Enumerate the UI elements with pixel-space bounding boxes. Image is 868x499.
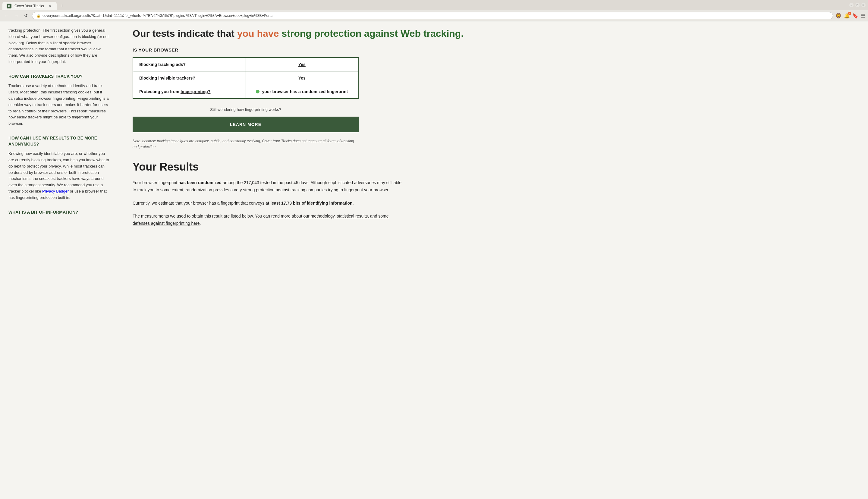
browser-chrome: C Cover Your Tracks ✕ + – □ ✕ ← → ↺ 🔒 co… (0, 0, 868, 21)
sidebar-section-bit: WHAT IS A BIT OF INFORMATION? (9, 209, 109, 216)
results-body: Your browser fingerprint has been random… (133, 179, 853, 227)
results-para-1-before: Your browser fingerprint (133, 180, 179, 185)
reload-button[interactable]: ↺ (22, 12, 29, 19)
sidebar: tracking protection. The first section g… (0, 21, 118, 496)
lock-icon: 🔒 (36, 14, 41, 18)
nav-bar: ← → ↺ 🔒 coveryourtracks.eff.org/results?… (0, 10, 868, 21)
headline-part2: you have (237, 28, 282, 39)
fingerprint-answer-text: your browser has a randomized fingerprin… (262, 89, 348, 94)
table-cell-answer-3: your browser has a randomized fingerprin… (246, 85, 358, 99)
tab-close-button[interactable]: ✕ (48, 4, 52, 9)
sidebar-heading-trackers: HOW CAN TRACKERS TRACK YOU? (9, 74, 109, 80)
table-cell-answer-1: Yes (246, 58, 358, 71)
table-row: Blocking invisible trackers? Yes (133, 71, 358, 85)
fingerprint-result: your browser has a randomized fingerprin… (252, 89, 352, 94)
table-cell-question-3: Protecting you from fingerprinting? (133, 85, 246, 99)
menu-icon[interactable]: ☰ (861, 13, 865, 19)
sidebar-body-anonymous-before: Knowing how easily identifiable you are,… (9, 151, 109, 193)
results-para-2-before: Currently, we estimate that your browser… (133, 201, 266, 206)
results-para-3: The measurements we used to obtain this … (133, 213, 404, 227)
your-results-heading: Your Results (133, 161, 853, 173)
results-para-3-before: The measurements we used to obtain this … (133, 214, 271, 218)
tab-title: Cover Your Tracks (14, 4, 44, 8)
table-row: Blocking tracking ads? Yes (133, 58, 358, 71)
window-maximize-button[interactable]: □ (855, 3, 859, 7)
sidebar-intro-text: tracking protection. The first section g… (9, 27, 109, 65)
address-text: coveryourtracks.eff.org/results?&aat=1&d… (42, 14, 829, 18)
green-dot-icon (256, 90, 259, 94)
sidebar-body-trackers: Trackers use a variety of methods to ide… (9, 83, 109, 127)
results-para-3-after: . (200, 221, 201, 226)
headline-part3: strong protection against Web tracking. (281, 28, 464, 39)
sidebar-heading-anonymous: HOW CAN I USE MY RESULTS TO BE MORE ANON… (9, 135, 109, 147)
fingerprint-note: Still wondering how fingerprinting works… (133, 107, 359, 112)
table-cell-question-1: Blocking tracking ads? (133, 58, 246, 71)
results-table: Blocking tracking ads? Yes Blocking invi… (133, 57, 359, 99)
sidebar-heading-bit: WHAT IS A BIT OF INFORMATION? (9, 209, 109, 216)
new-tab-button[interactable]: + (58, 2, 66, 10)
window-close-button[interactable]: ✕ (861, 3, 866, 7)
tab-favicon: C (7, 4, 11, 9)
table-cell-answer-2: Yes (246, 71, 358, 85)
results-para-2-bold: at least 17.73 bits of identifying infor… (266, 201, 354, 206)
notification-icon[interactable]: 🔔1 (844, 13, 850, 19)
forward-button[interactable]: → (13, 12, 20, 19)
fingerprinting-link[interactable]: fingerprinting? (181, 89, 211, 94)
window-minimize-button[interactable]: – (849, 3, 854, 7)
disclaimer-text: Note: because tracking techniques are co… (133, 138, 359, 150)
sidebar-section-anonymous: HOW CAN I USE MY RESULTS TO BE MORE ANON… (9, 135, 109, 201)
sidebar-intro: tracking protection. The first section g… (9, 27, 109, 65)
active-tab[interactable]: C Cover Your Tracks ✕ (2, 2, 57, 10)
page-container: tracking protection. The first section g… (0, 21, 868, 496)
sidebar-section-trackers: HOW CAN TRACKERS TRACK YOU? Trackers use… (9, 74, 109, 127)
back-button[interactable]: ← (3, 12, 10, 19)
main-content: Our tests indicate that you have strong … (118, 21, 868, 496)
bookmark-icon[interactable]: 🔖 (852, 13, 858, 19)
results-para-2: Currently, we estimate that your browser… (133, 200, 404, 207)
headline-part1: Our tests indicate that (133, 28, 237, 39)
results-para-1-bold: has been randomized (179, 180, 221, 185)
results-para-1: Your browser fingerprint has been random… (133, 179, 404, 194)
tab-bar: C Cover Your Tracks ✕ + – □ ✕ (0, 0, 868, 10)
brave-shield-icon[interactable]: 🦁 (835, 13, 842, 19)
learn-more-button[interactable]: LEARN MORE (133, 117, 359, 132)
is-your-browser-label: IS YOUR BROWSER: (133, 47, 853, 52)
address-bar[interactable]: 🔒 coveryourtracks.eff.org/results?&aat=1… (32, 12, 833, 19)
table-row: Protecting you from fingerprinting? your… (133, 85, 358, 99)
table-cell-question-2: Blocking invisible trackers? (133, 71, 246, 85)
browser-toolbar-buttons: 🦁 🔔1 🔖 ☰ (835, 13, 865, 19)
privacy-badger-link[interactable]: Privacy Badger (42, 189, 69, 193)
main-headline: Our tests indicate that you have strong … (133, 27, 853, 40)
sidebar-body-anonymous: Knowing how easily identifiable you are,… (9, 151, 109, 201)
